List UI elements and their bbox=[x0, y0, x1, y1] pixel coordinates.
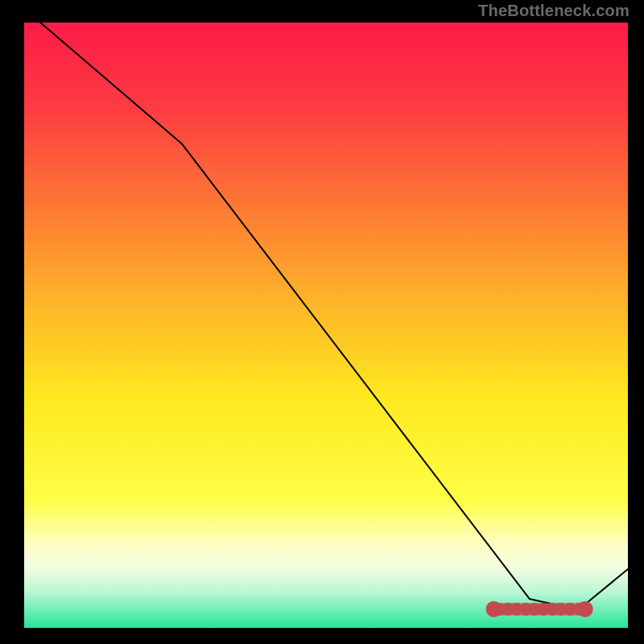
chart-stage: { "watermark": "TheBottleneck.com", "plo… bbox=[0, 0, 644, 644]
marker-cap bbox=[577, 601, 593, 617]
gradient-background bbox=[24, 23, 628, 628]
watermark-text: TheBottleneck.com bbox=[478, 2, 630, 20]
chart-svg bbox=[0, 0, 644, 644]
marker-group bbox=[486, 601, 593, 617]
marker-cap bbox=[486, 601, 502, 617]
